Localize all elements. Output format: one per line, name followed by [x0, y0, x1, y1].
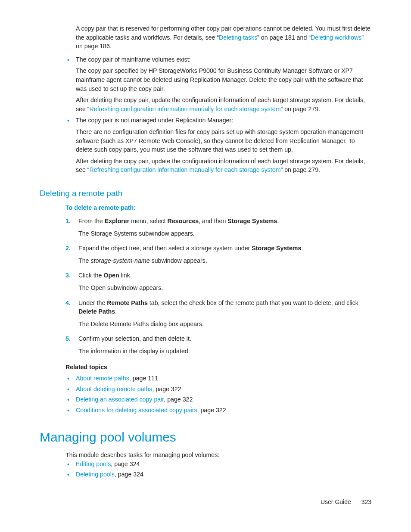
- bullet-body: After deleting the copy pair, update the…: [76, 96, 371, 113]
- heading-deleting-remote-path: Deleting a remote path: [40, 187, 371, 199]
- bullet-heading: The copy pair of mainframe volumes exist…: [76, 55, 371, 64]
- step-result: The Open subwindow appears.: [78, 283, 371, 292]
- procedure-list: From the Explorer menu, select Resources…: [65, 217, 371, 356]
- step-result: The information in the display is update…: [78, 347, 371, 356]
- step-text: From the Explorer menu, select Resources…: [78, 217, 371, 226]
- step-text: Expand the object tree, and then select …: [78, 244, 371, 253]
- condition-list: The copy pair of mainframe volumes exist…: [65, 55, 371, 174]
- link-refresh-config[interactable]: Refreshing configuration information man…: [90, 106, 281, 112]
- intro-paragraph: A copy pair that is reserved for perform…: [76, 24, 371, 51]
- text: ” on page 279.: [281, 166, 321, 173]
- intro-block: A copy pair that is reserved for perform…: [76, 24, 371, 51]
- step: Expand the object tree, and then select …: [65, 244, 371, 265]
- step: Click the Open link. The Open subwindow …: [65, 271, 371, 292]
- list-item: About deleting remote paths, page 322: [65, 385, 371, 394]
- link-deleting-tasks[interactable]: Deleting tasks: [219, 34, 257, 41]
- link-related[interactable]: Deleting an associated copy pair: [76, 396, 164, 403]
- related-topics-heading: Related topics: [65, 363, 371, 372]
- step-result: The storage-system-name subwindow appear…: [78, 256, 371, 265]
- link-deleting-workflows[interactable]: Deleting workflows: [311, 34, 361, 41]
- link-related[interactable]: About remote paths: [76, 375, 129, 382]
- bullet-body: After deleting the copy pair, update the…: [76, 157, 371, 174]
- step: Under the Remote Paths tab, select the c…: [65, 299, 371, 329]
- list-item: Deleting an associated copy pair, page 3…: [65, 395, 371, 404]
- bullet-body: The copy pair specified by HP StorageWor…: [76, 66, 371, 93]
- list-item: The copy pair of mainframe volumes exist…: [65, 55, 371, 114]
- bullet-heading: The copy pair is not managed under Repli…: [76, 116, 371, 125]
- page-number: 323: [361, 498, 371, 505]
- pool-intro: This module describes tasks for managing…: [65, 451, 371, 460]
- pool-topic-list: Editing pools, page 324 Deleting pools, …: [65, 460, 371, 479]
- procedure-title: To delete a remote path:: [65, 203, 371, 212]
- link-deleting-pools[interactable]: Deleting pools: [76, 471, 115, 478]
- list-item: Deleting pools, page 324: [65, 470, 371, 479]
- footer-label: User Guide: [321, 498, 351, 505]
- heading-managing-pool-volumes: Managing pool volumes: [40, 428, 371, 447]
- text: ” on page 181 and “: [257, 34, 311, 41]
- step-text: Confirm your selection, and then delete …: [78, 334, 371, 343]
- bullet-body: There are no configuration definition fi…: [76, 128, 371, 154]
- related-topics-list: About remote paths, page 111 About delet…: [65, 374, 371, 414]
- link-related[interactable]: Conditions for deleting associated copy …: [76, 407, 197, 414]
- step: From the Explorer menu, select Resources…: [65, 217, 371, 238]
- document-page: A copy pair that is reserved for perform…: [0, 0, 411, 532]
- text: ” on page 279.: [281, 106, 321, 112]
- list-item: About remote paths, page 111: [65, 374, 371, 383]
- step-text: Under the Remote Paths tab, select the c…: [78, 299, 371, 316]
- link-editing-pools[interactable]: Editing pools: [76, 460, 111, 467]
- list-item: Conditions for deleting associated copy …: [65, 406, 371, 415]
- link-refresh-config[interactable]: Refreshing configuration information man…: [90, 166, 281, 173]
- page-footer: User Guide 323: [321, 498, 371, 506]
- step-text: Click the Open link.: [78, 271, 371, 280]
- list-item: The copy pair is not managed under Repli…: [65, 116, 371, 174]
- step-result: The Storage Systems subwindow appears.: [78, 229, 371, 238]
- step: Confirm your selection, and then delete …: [65, 334, 371, 355]
- list-item: Editing pools, page 324: [65, 460, 371, 469]
- link-related[interactable]: About deleting remote paths: [76, 386, 152, 392]
- step-result: The Delete Remote Paths dialog box appea…: [78, 320, 371, 329]
